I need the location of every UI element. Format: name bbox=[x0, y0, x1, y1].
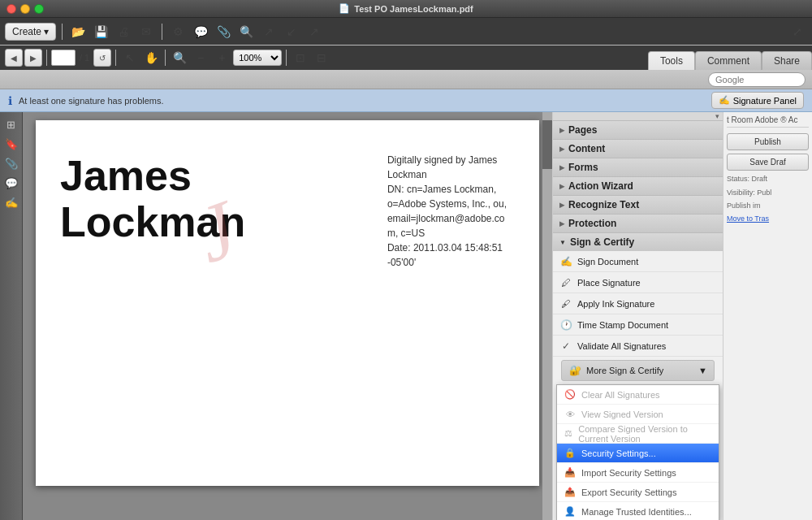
recognize-text-label: Recognize Text bbox=[568, 199, 639, 210]
comment-tab[interactable]: Comment bbox=[695, 51, 762, 70]
view-signed-label: View Signed Version bbox=[581, 410, 663, 419]
share-arrow-button[interactable]: ↗ bbox=[259, 22, 279, 41]
sign-document-icon: ✍ bbox=[559, 255, 572, 268]
comment-button[interactable]: 💬 bbox=[191, 22, 210, 41]
page-thumbnails-button[interactable]: ⊞ bbox=[2, 115, 20, 133]
publish-button[interactable]: Publish bbox=[727, 133, 809, 150]
timestamp-item[interactable]: 🕐 Time Stamp Document bbox=[553, 314, 723, 336]
far-right-tab-label: t Room Adobe ® Ac bbox=[727, 115, 809, 128]
back-button[interactable]: ◀ bbox=[5, 49, 23, 67]
open-button[interactable]: 📂 bbox=[68, 22, 88, 41]
close-button[interactable] bbox=[6, 4, 16, 14]
select-tool[interactable]: ↖ bbox=[120, 48, 140, 67]
search-input[interactable] bbox=[708, 72, 806, 87]
review-button[interactable]: 🔍 bbox=[236, 22, 256, 41]
export-security-icon: 📤 bbox=[564, 486, 577, 499]
search-bar-row bbox=[0, 70, 812, 89]
warning-icon: ℹ bbox=[8, 94, 12, 107]
tools-tab[interactable]: Tools bbox=[648, 51, 695, 70]
more-sign-icon: 🔐 bbox=[568, 364, 581, 377]
signature-panel-button[interactable]: ✍ Signature Panel bbox=[711, 92, 804, 109]
publish-date-info: Publish im bbox=[727, 201, 809, 211]
bookmarks-button[interactable]: 🔖 bbox=[2, 135, 20, 153]
scroll-thumb[interactable] bbox=[542, 120, 552, 169]
pdf-viewer[interactable]: James Lockman Digitally signed by James … bbox=[23, 112, 552, 520]
security-settings-item[interactable]: 🔒 Security Settings... bbox=[557, 444, 719, 463]
sig-panel-label: Signature Panel bbox=[733, 96, 797, 106]
scroll-bar[interactable] bbox=[542, 112, 552, 520]
apply-ink-item[interactable]: 🖋 Apply Ink Signature bbox=[553, 293, 723, 314]
place-signature-item[interactable]: 🖊 Place Signature bbox=[553, 272, 723, 293]
manage-identities-icon: 👤 bbox=[564, 505, 577, 518]
section-action-wizard: ▶ Action Wizard bbox=[553, 177, 723, 196]
title-bar: 📄 Test PO JamesLockman.pdf bbox=[0, 0, 812, 18]
page-number-input[interactable]: 1 bbox=[51, 50, 76, 66]
zoom-in-button[interactable]: + bbox=[212, 48, 231, 67]
upload-button[interactable]: ↗ bbox=[304, 22, 324, 41]
content-section-header[interactable]: ▶ Content bbox=[553, 140, 723, 158]
timestamp-label: Time Stamp Document bbox=[577, 320, 668, 330]
fullscreen-button[interactable]: ⤢ bbox=[788, 22, 807, 41]
sig-panel-icon: ✍ bbox=[719, 95, 730, 106]
separator-2 bbox=[162, 24, 162, 40]
sign-certify-section-header[interactable]: ▼ Sign & Certify bbox=[553, 233, 723, 251]
comments-button[interactable]: 💬 bbox=[2, 174, 20, 192]
save-button[interactable]: 💾 bbox=[91, 22, 110, 41]
zoom-select[interactable]: 100% bbox=[233, 50, 282, 66]
protection-label: Protection bbox=[568, 218, 616, 229]
clear-all-sigs-item[interactable]: 🚫 Clear All Signatures bbox=[557, 385, 719, 405]
maximize-button[interactable] bbox=[34, 4, 44, 14]
pages-section-header[interactable]: ▶ Pages bbox=[553, 121, 723, 139]
attach-button[interactable]: 📎 bbox=[214, 22, 233, 41]
hand-tool[interactable]: ✋ bbox=[141, 48, 161, 67]
zoom-out-button[interactable]: − bbox=[191, 48, 210, 67]
fit-page-button[interactable]: ⊡ bbox=[291, 48, 310, 67]
validate-item[interactable]: ✓ Validate All Signatures bbox=[553, 336, 723, 357]
sign-document-item[interactable]: ✍ Sign Document bbox=[553, 251, 723, 272]
view-signed-item[interactable]: 👁 View Signed Version bbox=[557, 405, 719, 424]
visibility-info: Visibility: Publ bbox=[727, 188, 809, 198]
page-total-label: / 1 bbox=[77, 53, 92, 63]
action-wizard-section-header[interactable]: ▶ Action Wizard bbox=[553, 177, 723, 195]
forward-button[interactable]: ▶ bbox=[24, 49, 42, 67]
save-draft-button[interactable]: Save Draf bbox=[727, 154, 809, 171]
attachments-button[interactable]: 📎 bbox=[2, 154, 20, 172]
security-settings-icon: 🔒 bbox=[564, 447, 577, 460]
share-tab[interactable]: Share bbox=[762, 51, 812, 70]
forms-section-header[interactable]: ▶ Forms bbox=[553, 158, 723, 176]
more-sign-label: More Sign & Certify bbox=[586, 366, 663, 375]
download-button[interactable]: ↙ bbox=[282, 22, 301, 41]
zoom-mode-button[interactable]: 🔍 bbox=[170, 48, 189, 67]
compare-signed-item[interactable]: ⚖ Compare Signed Version to Current Vers… bbox=[557, 424, 719, 444]
export-security-item[interactable]: 📤 Export Security Settings bbox=[557, 483, 719, 502]
manage-identities-item[interactable]: 👤 Manage Trusted Identities... bbox=[557, 502, 719, 520]
refresh-button[interactable]: ↺ bbox=[93, 49, 111, 67]
separator-4 bbox=[115, 50, 116, 66]
section-pages: ▶ Pages bbox=[553, 121, 723, 140]
recognize-text-section-header[interactable]: ▶ Recognize Text bbox=[553, 196, 723, 214]
section-recognize-text: ▶ Recognize Text bbox=[553, 196, 723, 214]
signatures-button[interactable]: ✍ bbox=[2, 193, 20, 211]
email-button[interactable]: ✉ bbox=[136, 22, 156, 41]
preferences-button[interactable]: ⚙ bbox=[168, 22, 188, 41]
place-signature-label: Place Signature bbox=[577, 278, 641, 288]
apply-ink-label: Apply Ink Signature bbox=[577, 299, 654, 309]
timestamp-icon: 🕐 bbox=[559, 318, 572, 332]
create-button[interactable]: Create ▾ bbox=[5, 23, 56, 41]
import-security-item[interactable]: 📥 Import Security Settings bbox=[557, 463, 719, 483]
panel-close-btn[interactable]: ▾ bbox=[715, 112, 719, 120]
more-sign-dropdown: 🚫 Clear All Signatures 👁 View Signed Ver… bbox=[556, 384, 719, 520]
compare-signed-icon: ⚖ bbox=[564, 427, 573, 440]
minimize-button[interactable] bbox=[20, 4, 30, 14]
protection-section-header[interactable]: ▶ Protection bbox=[553, 214, 723, 232]
top-right-tabs: Tools Comment Share bbox=[648, 46, 812, 70]
fit-width-button[interactable]: ⊟ bbox=[312, 48, 331, 67]
more-sign-certify-button[interactable]: 🔐 More Sign & Certify ▼ bbox=[561, 360, 715, 381]
print-button[interactable]: 🖨 bbox=[114, 22, 133, 41]
window-controls[interactable] bbox=[6, 4, 44, 14]
content-chevron: ▶ bbox=[559, 145, 564, 153]
separator-6 bbox=[286, 50, 287, 66]
move-to-trash-link[interactable]: Move to Tras bbox=[727, 214, 809, 223]
pages-chevron: ▶ bbox=[559, 127, 564, 134]
create-chevron: ▾ bbox=[44, 26, 49, 37]
